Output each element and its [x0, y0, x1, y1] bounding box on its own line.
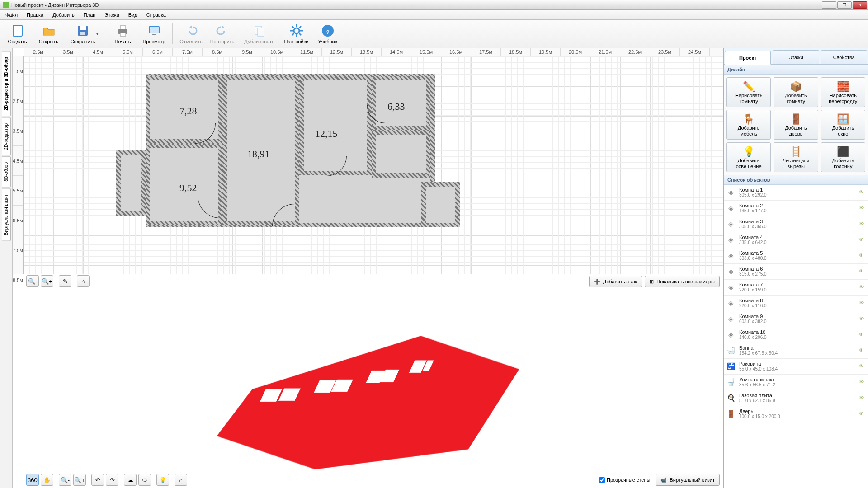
object-item[interactable]: ◈Комната 7220.0 x 159.0👁: [724, 280, 868, 296]
design-btn-освещение[interactable]: 💡Добавитьосвещение: [726, 142, 771, 172]
menu-добавить[interactable]: Добавить: [49, 11, 78, 19]
design-icon: 🪑: [742, 113, 755, 125]
floor-toggle-button[interactable]: ⬭: [138, 474, 151, 486]
object-item[interactable]: 🚽Унитаз компакт35.6 x 56.5 x 71.2👁: [724, 375, 868, 390]
left-tab-3[interactable]: Виртуальный визит: [2, 188, 11, 241]
zoom-in-button[interactable]: 🔍+: [41, 275, 53, 287]
lights-button[interactable]: 💡: [156, 474, 169, 486]
minimize-button[interactable]: —: [822, 1, 836, 9]
design-btn-перегородку[interactable]: 🧱Нарисоватьперегородку: [821, 77, 865, 107]
object-item[interactable]: ◈Комната 10140.0 x 296.0👁: [724, 327, 868, 343]
rp-tab-Свойства[interactable]: Свойства: [821, 50, 867, 64]
room-area-label: 18,91: [247, 148, 270, 160]
visibility-icon[interactable]: 👁: [859, 268, 865, 275]
toolbar-help[interactable]: ?Учебник: [313, 22, 342, 46]
object-icon: ◈: [726, 188, 736, 197]
design-btn-окно[interactable]: 🪟Добавитьокно: [821, 110, 865, 140]
menu-справка[interactable]: Справка: [143, 11, 170, 19]
left-tab-1[interactable]: 2D-редактор: [2, 117, 11, 156]
home-3d-button[interactable]: ⌂: [175, 474, 187, 486]
plan-area[interactable]: 7,289,5218,9112,156,33: [24, 56, 723, 274]
left-tab-2[interactable]: 3D-обзор: [2, 156, 11, 188]
design-btn-комнату[interactable]: ✏️Нарисоватькомнату: [726, 77, 771, 107]
toolbar-create[interactable]: Создать: [3, 22, 32, 46]
object-item[interactable]: ◈Комната 8220.0 x 116.0👁: [724, 296, 868, 311]
ruler-vertical: 1.5м2.5м3.5м4.5м5.5м6.5м7.5м8.5м: [13, 56, 24, 274]
svg-rect-0: [13, 25, 22, 36]
maximize-button[interactable]: ❐: [837, 1, 852, 9]
design-btn-дверь[interactable]: 🚪Добавитьдверь: [774, 110, 818, 140]
design-icon: 🪜: [789, 145, 802, 157]
visibility-icon[interactable]: 👁: [859, 300, 865, 306]
svg-rect-9: [152, 34, 156, 35]
toolbar-print[interactable]: Печать: [108, 22, 137, 46]
visibility-icon[interactable]: 👁: [859, 237, 865, 243]
menu-файл[interactable]: Файл: [2, 11, 21, 19]
view360-button[interactable]: 360: [26, 474, 39, 486]
toolbar-open[interactable]: Открыть: [34, 22, 63, 46]
canvas-3d[interactable]: 360 ✋ 🔍- 🔍+ ↶ ↷ ☁ ⬭ 💡 ⌂ Прозрачные стены: [13, 290, 723, 488]
virtual-visit-button[interactable]: 📹Виртуальный визит: [656, 474, 720, 486]
object-item[interactable]: ◈Комната 1305.0 x 292.0👁: [724, 185, 868, 201]
design-btn-вырезы[interactable]: 🪜Лестницы ивырезы: [774, 142, 818, 172]
design-icon: 💡: [742, 145, 755, 157]
menu-правка[interactable]: Правка: [23, 11, 47, 19]
toolbar-settings[interactable]: Настройки: [282, 22, 311, 46]
object-item[interactable]: ◈Комната 5303.0 x 480.0👁: [724, 248, 868, 264]
object-item[interactable]: ◈Комната 6315.0 x 275.0👁: [724, 264, 868, 280]
draw-button[interactable]: ✎: [59, 275, 71, 287]
visibility-icon[interactable]: 👁: [859, 411, 865, 417]
visibility-icon[interactable]: 👁: [859, 284, 865, 291]
home-2d-button[interactable]: ⌂: [77, 275, 90, 287]
zoom-3d-in-button[interactable]: 🔍+: [73, 474, 86, 486]
rotate-left-button[interactable]: ↶: [91, 474, 104, 486]
object-item[interactable]: 🍳Газовая плита51.0 x 62.1 x 86.9👁: [724, 390, 868, 406]
visibility-icon[interactable]: 👁: [859, 316, 865, 322]
visibility-icon[interactable]: 👁: [859, 221, 865, 227]
object-item[interactable]: ◈Комната 9603.0 x 382.0👁: [724, 311, 868, 327]
visibility-icon[interactable]: 👁: [859, 253, 865, 259]
object-item[interactable]: 🛁Ванна154.2 x 67.5 x 50.4👁: [724, 343, 868, 359]
design-btn-мебель[interactable]: 🪑Добавитьмебель: [726, 110, 771, 140]
toolbar-save[interactable]: Сохранить▾: [65, 22, 100, 46]
left-tab-0[interactable]: 2D-редактор и 3D-обзор: [2, 51, 11, 117]
visibility-icon[interactable]: 👁: [859, 363, 865, 370]
model-3d[interactable]: [201, 336, 535, 469]
show-dimensions-button[interactable]: ⊞Показывать все размеры: [645, 276, 720, 287]
visibility-icon[interactable]: 👁: [859, 189, 865, 196]
rotate-right-button[interactable]: ↷: [106, 474, 118, 486]
ruler-horizontal: 2.5м3.5м4.5м5.5м6.5м7.5м8.5м9.5м10.5м11.…: [24, 48, 723, 56]
visibility-icon[interactable]: 👁: [859, 205, 865, 211]
hand-pan-button[interactable]: ✋: [41, 474, 53, 486]
menu-вид[interactable]: Вид: [125, 11, 141, 19]
toolbar-preview[interactable]: Просмотр: [139, 22, 169, 46]
transparent-walls-checkbox[interactable]: Прозрачные стены: [599, 477, 650, 483]
disk-icon: [75, 23, 90, 38]
rp-tab-Проект[interactable]: Проект: [725, 51, 771, 65]
close-button[interactable]: ✕: [853, 1, 867, 9]
object-item[interactable]: ◈Комната 3305.0 x 365.0👁: [724, 216, 868, 232]
design-btn-комнату[interactable]: 📦Добавитькомнату: [774, 77, 818, 107]
ceiling-toggle-button[interactable]: ☁: [124, 474, 137, 486]
object-item[interactable]: ◈Комната 2135.0 x 177.0👁: [724, 201, 868, 216]
canvas-2d[interactable]: 2.5м3.5м4.5м5.5м6.5м7.5м8.5м9.5м10.5м11.…: [13, 48, 723, 290]
qmark-icon: ?: [321, 23, 335, 38]
section-design-header: Дизайн: [724, 65, 868, 75]
svg-line-19: [299, 26, 301, 28]
zoom-3d-out-button[interactable]: 🔍-: [59, 474, 71, 486]
visibility-icon[interactable]: 👁: [859, 347, 865, 354]
design-icon: 📦: [789, 80, 802, 92]
visibility-icon[interactable]: 👁: [859, 395, 865, 401]
object-item[interactable]: 🚰Раковина55.0 x 45.0 x 108.4👁: [724, 359, 868, 375]
visibility-icon[interactable]: 👁: [859, 379, 865, 385]
add-floor-button[interactable]: ➕Добавить этаж: [589, 276, 642, 287]
rp-tab-Этажи[interactable]: Этажи: [773, 50, 819, 64]
visibility-icon[interactable]: 👁: [859, 332, 865, 338]
menu-план[interactable]: План: [80, 11, 99, 19]
design-btn-колонну[interactable]: ⬛Добавитьколонну: [821, 142, 865, 172]
object-list[interactable]: ◈Комната 1305.0 x 292.0👁◈Комната 2135.0 …: [724, 185, 868, 488]
zoom-out-button[interactable]: 🔍-: [26, 275, 39, 287]
object-item[interactable]: 🚪Дверь100.0 x 15.0 x 200.0👁: [724, 406, 868, 422]
object-item[interactable]: ◈Комната 4335.0 x 642.0👁: [724, 232, 868, 248]
menu-этажи[interactable]: Этажи: [101, 11, 123, 19]
